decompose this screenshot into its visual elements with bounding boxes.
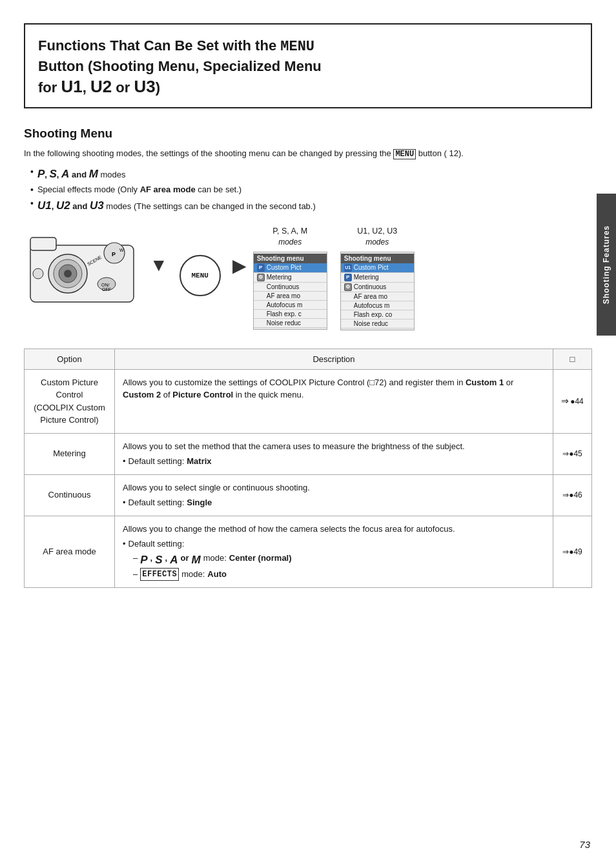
sidebar-text: Shooting Features [602,225,611,304]
ref-metering: ⇒●45 [553,433,592,474]
u-item-5: Autofocus m [341,301,414,310]
ref-continuous: ⇒●46 [553,474,592,516]
u-column: U1, U2, U3 modes Shooting menu U1 Custom… [340,226,415,330]
sub-bullet-continuous: Default setting: Single [123,496,545,509]
menu-inline: MENU [393,149,416,159]
menu-button-group: MENU [174,255,226,296]
sub-bullet-metering: Default setting: Matrix [123,455,545,468]
u-item-3: ⚙ Continuous [341,283,414,292]
u-item-7: Noise reduc [341,319,414,328]
title-box: Functions That Can Be Set with the MENU … [24,23,592,108]
col-header-ref: □ [553,348,592,369]
desc-metering: Allows you to set the method that the ca… [115,433,553,474]
table-row: Custom Picture Control(COOLPIX CustomPic… [25,369,592,433]
psam-item-5: Autofocus m [254,301,327,310]
ref-custom-picture: ⇒●44 [553,369,592,433]
psam-item-4: AF area mo [254,292,327,301]
psam-item-2: ⚙ Metering [254,273,327,283]
table-row: AF area mode Allows you to change the me… [25,516,592,588]
svg-rect-1 [30,237,56,250]
menu-word: MENU [280,39,314,55]
camera-sketch: P W ON/ OFF SCENE [24,226,143,310]
psam-menu-screen: Shooting menu P Custom Pict ⚙ Metering C… [253,252,327,330]
option-af-area: AF area mode [25,516,115,588]
svg-text:OFF: OFF [102,287,111,292]
svg-text:P: P [112,251,116,257]
diagram-area: P W ON/ OFF SCENE ▼ MENU ▶ [24,226,592,330]
mode-bullets: P, S, A and M modes Special effects mode… [30,165,592,214]
table-row: Continuous Allows you to select single o… [25,474,592,516]
col-header-description: Description [115,348,553,369]
u-item-1: U1 Custom Pict [341,263,414,273]
desc-af-area: Allows you to change the method of how t… [115,516,553,588]
u-menu-header: Shooting menu [341,254,414,263]
arrow-right-group: ▶ [232,255,247,276]
svg-text:ON/: ON/ [101,283,110,287]
arrow-down: ▼ [150,255,168,276]
page-number: 73 [579,839,590,850]
intro-paragraph: In the following shooting modes, the set… [24,147,592,160]
psam-item-1: P Custom Pict [254,263,327,273]
sub-sub-bullet-psam: P, S, A or M mode: Center (normal) [133,552,545,569]
psam-item-6: Flash exp. c [254,310,327,319]
u-item-2: P Metering [341,273,414,283]
section-heading: Shooting Menu [24,126,592,141]
u-item-6: Flash exp. co [341,310,414,319]
ref-af-area: ⇒●49 [553,516,592,588]
u-header: U1, U2, U3 modes [357,226,397,248]
option-continuous: Continuous [25,474,115,516]
table-row: Metering Allows you to set the method th… [25,433,592,474]
u-item-4: AF area mo [341,292,414,301]
svg-point-12 [33,268,43,279]
psam-item-3: Continuous [254,283,327,292]
diagram-arrows-group: ▼ [150,255,168,276]
desc-continuous: Allows you to select single or continuou… [115,474,553,516]
svg-point-5 [64,270,72,278]
sub-bullet-af-default: Default setting: [123,538,545,550]
page-title: Functions That Can Be Set with the MENU … [38,36,578,98]
psam-menu-header: Shooting menu [254,254,327,263]
bullet-effects: Special effects mode (Only AF area mode … [30,183,592,197]
menu-button-circle: MENU [180,255,221,296]
option-custom-picture: Custom Picture Control(COOLPIX CustomPic… [25,369,115,433]
sub-sub-bullet-effects: EFFECTS mode: Auto [133,568,545,581]
desc-custom-picture: Allows you to customize the settings of … [115,369,553,433]
svg-text:W: W [119,248,124,252]
mode-columns-wrapper: P, S, A, M modes Shooting menu P Custom … [253,226,415,330]
col-header-option: Option [25,348,115,369]
option-metering: Metering [25,433,115,474]
bullet-u-modes: U1, U2 and U3 modes (The settings can be… [30,197,592,214]
arrow-right: ▶ [232,255,247,276]
psam-column: P, S, A, M modes Shooting menu P Custom … [253,226,327,330]
psam-header: P, S, A, M modes [272,226,307,248]
sidebar-label: Shooting Features [597,194,616,336]
bullet-psam: P, S, A and M modes [30,165,592,183]
psam-item-7: Noise reduc [254,319,327,328]
u-menu-screen: Shooting menu U1 Custom Pict P Metering … [340,252,415,330]
features-table: Option Description □ Custom Picture Cont… [24,348,592,589]
